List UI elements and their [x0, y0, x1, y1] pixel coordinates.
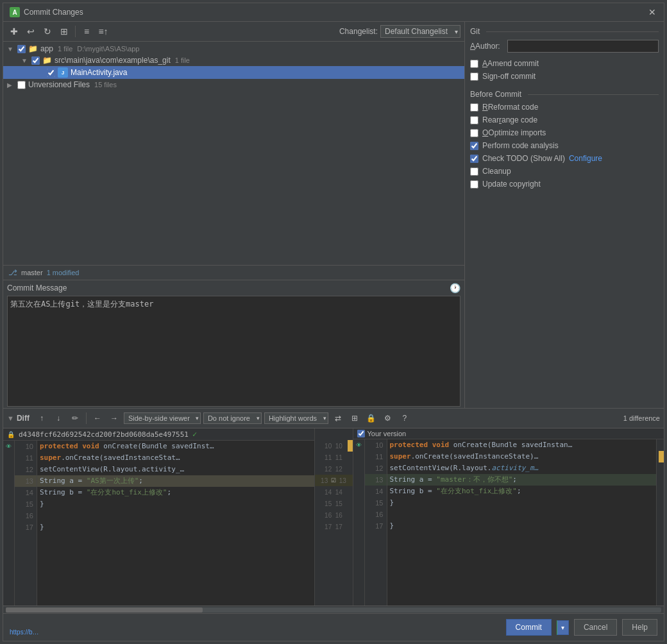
rearrange-checkbox[interactable]: [470, 116, 478, 124]
left-eye-5: [3, 487, 14, 498]
left-eye-1[interactable]: 👁: [3, 441, 14, 452]
middle-17: 17 17: [315, 521, 353, 532]
close-button[interactable]: ✕: [647, 7, 657, 17]
src-checkbox[interactable]: [31, 56, 40, 65]
tree-item-unversioned[interactable]: ▶ Unversioned Files 15 files: [3, 79, 464, 90]
src-label: src\main\java\com\example\as_git: [55, 56, 171, 65]
middle-header: [315, 428, 353, 440]
git-section-divider: [486, 31, 659, 32]
left-eye-2: [3, 452, 14, 464]
right-code-col: protected void onCreate(Bundle savedInst…: [387, 439, 657, 606]
right-line-16: [387, 509, 657, 520]
left-line-13: String a = "AS第一次上传";: [37, 475, 314, 487]
app-label: app: [40, 44, 53, 53]
diff-bottom-scrollbar[interactable]: [3, 606, 664, 613]
middle-13-check: ☑: [331, 477, 336, 484]
diff-lock-btn[interactable]: 🔒: [364, 411, 378, 425]
optimize-checkbox[interactable]: [470, 129, 478, 137]
sign-off-checkbox[interactable]: [470, 72, 478, 81]
viewer-dropdown[interactable]: Side-by-side viewer: [124, 412, 201, 424]
highlight-dropdown-wrapper: Highlight words ▾: [264, 412, 328, 424]
diff-title: Diff: [17, 414, 30, 423]
highlight-dropdown[interactable]: Highlight words: [264, 412, 328, 424]
diff-view-btn[interactable]: ⊞: [348, 411, 362, 425]
toolbar-separator-1: [75, 26, 76, 37]
diff-prev-btn[interactable]: ←: [90, 411, 105, 425]
optimize-row: OOptimize imports: [470, 128, 659, 137]
top-toolbar: ✚ ↩ ↻ ⊞ ≡ ≡↑ Changelist: Default Changel…: [3, 22, 464, 42]
middle-13: 13 ☑ 13: [315, 475, 353, 486]
tree-toggle-app[interactable]: ▼: [7, 46, 15, 53]
reformat-checkbox[interactable]: [470, 103, 478, 112]
app-checkbox[interactable]: [17, 45, 26, 53]
diff-settings-btn[interactable]: ⚙: [381, 411, 395, 425]
diff-left-scrollbar-thumb[interactable]: [6, 607, 203, 613]
right-line-10: protected void onCreate(Bundle savedInst…: [387, 439, 657, 451]
unversioned-label: Unversioned Files: [28, 80, 90, 89]
right-eye-4: [353, 474, 364, 486]
left-panel: ✚ ↩ ↻ ⊞ ≡ ≡↑ Changelist: Default Changel…: [3, 22, 465, 408]
tree-item-app[interactable]: ▼ 📁 app 1 file D:\mygit\AS\AS\app: [3, 43, 464, 55]
collapse-all-button[interactable]: ≡: [80, 24, 94, 38]
left-line-17: }: [37, 521, 314, 533]
commit-msg-input[interactable]: 第五次在AS上传git，这里是分支master: [7, 296, 460, 407]
middle-16: 16 16: [315, 509, 353, 521]
commit-dropdown-button[interactable]: ▾: [557, 620, 569, 635]
changelist-select[interactable]: Default Changelist: [380, 25, 460, 38]
diff-left-scrollbar-track[interactable]: [6, 607, 661, 613]
undo-button[interactable]: ↩: [24, 24, 38, 38]
tree-item-mainactivity[interactable]: J MainActivity.java: [3, 66, 464, 79]
sync-scroll-btn[interactable]: ⇄: [331, 411, 345, 425]
check-todo-checkbox[interactable]: [470, 155, 478, 163]
unversioned-toggle[interactable]: ▶: [7, 81, 15, 89]
sort-button[interactable]: ≡↑: [96, 24, 110, 38]
commit-button[interactable]: Commit: [506, 619, 552, 636]
diff-left-side: 🔒 d4348fcf62d692542cd200f2bd0608da5e4975…: [3, 428, 315, 606]
dialog-title: Commit Changes: [24, 8, 643, 17]
add-button[interactable]: ✚: [7, 24, 21, 38]
reformat-label: RReformat code: [482, 103, 538, 112]
tree-toggle-src[interactable]: ▼: [21, 57, 29, 64]
refresh-button[interactable]: ↻: [40, 24, 55, 38]
diff-differences-label: 1 difference: [623, 414, 660, 422]
amend-commit-checkbox[interactable]: [470, 60, 478, 68]
cancel-button[interactable]: Cancel: [574, 619, 617, 636]
right-line-14: String b = "在分支hot_fix上修改";: [387, 486, 657, 497]
right-scrollbar[interactable]: [656, 439, 664, 606]
diff-help-btn[interactable]: ?: [398, 411, 412, 425]
diff-header: ▼ Diff ↑ ↓ ✏ ← → Side-by-side viewer ▾ D…: [3, 409, 664, 428]
author-input[interactable]: [507, 40, 659, 53]
expand-button[interactable]: ⊞: [57, 24, 71, 38]
diff-down-btn[interactable]: ↓: [51, 411, 65, 425]
left-eye-col: 👁: [3, 441, 15, 606]
diff-panel: ▼ Diff ↑ ↓ ✏ ← → Side-by-side viewer ▾ D…: [3, 408, 664, 613]
right-eye-1[interactable]: 👁: [353, 439, 364, 451]
perform-analysis-checkbox[interactable]: [470, 142, 478, 150]
diff-up-btn[interactable]: ↑: [35, 411, 49, 425]
diff-next-btn[interactable]: →: [107, 411, 121, 425]
diff-toggle[interactable]: ▼: [7, 414, 14, 422]
tree-item-src[interactable]: ▼ 📁 src\main\java\com\example\as_git 1 f…: [3, 55, 464, 66]
ignore-dropdown[interactable]: Do not ignore: [203, 412, 262, 424]
left-line-16: [37, 510, 314, 521]
java-file-icon: J: [58, 67, 68, 78]
mainactivity-checkbox[interactable]: [47, 69, 55, 77]
before-commit-section: Before Commit RReformat code Rearrange c…: [470, 90, 659, 192]
diff-edit-btn[interactable]: ✏: [68, 411, 82, 425]
url-hint: https://b…: [10, 629, 39, 636]
diff-left-lines: 👁 10 11 12 13 1: [3, 441, 314, 606]
perform-analysis-label: Perform code analysis: [482, 141, 559, 150]
branch-icon: ⎇: [8, 268, 17, 277]
perform-analysis-row: Perform code analysis: [470, 141, 659, 150]
cleanup-checkbox[interactable]: [470, 167, 478, 176]
right-num-col: 10 11 12 13 14 15 16 17: [365, 439, 387, 606]
unversioned-checkbox[interactable]: [17, 81, 26, 89]
update-copyright-checkbox[interactable]: [470, 180, 478, 189]
diff-sep1: [86, 412, 87, 424]
right-eye-3: [353, 462, 364, 474]
branch-bar: ⎇ master 1 modified: [3, 265, 464, 280]
right-panel: Git AAuthor: AAmend commit Sign-off comm…: [465, 22, 664, 408]
configure-link[interactable]: Configure: [569, 154, 602, 163]
version-checkbox[interactable]: [357, 430, 365, 437]
help-button[interactable]: Help: [622, 619, 657, 636]
